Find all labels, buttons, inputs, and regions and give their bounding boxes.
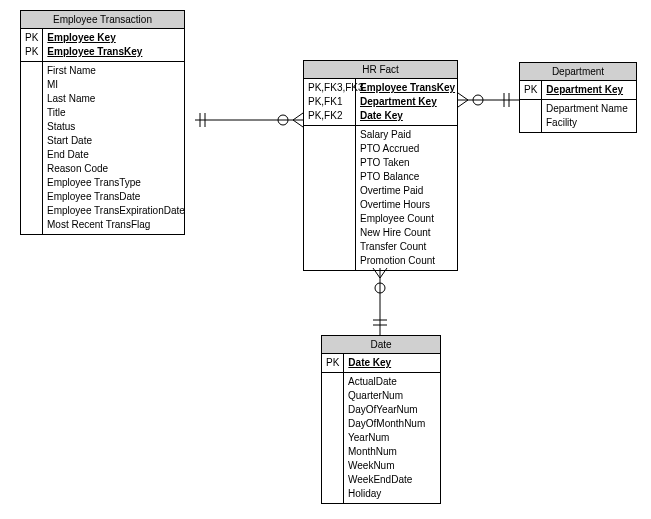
- attr: WeekNum: [348, 459, 434, 473]
- svg-point-16: [375, 283, 385, 293]
- attr: Employee TransExpirationDate: [47, 204, 185, 218]
- entity-date: Date PK Date Key ActualDate QuarterNum D…: [321, 335, 441, 504]
- entity-hr-fact: HR Fact PK,FK3,FK3 PK,FK1 PK,FK2 Employe…: [303, 60, 458, 271]
- attr: MI: [47, 78, 185, 92]
- svg-line-4: [293, 113, 303, 120]
- attr: Status: [47, 120, 185, 134]
- key-name: Department Key: [360, 95, 455, 109]
- attr: Promotion Count: [360, 254, 451, 268]
- rel-hrfact-to-date: [373, 268, 387, 335]
- key-name: Employee Key: [47, 31, 178, 45]
- pk-label: PK,FK2: [308, 109, 351, 123]
- svg-line-6: [293, 120, 303, 127]
- entity-department: Department PK Department Key Department …: [519, 62, 637, 133]
- attr: Employee TransDate: [47, 190, 185, 204]
- attr: Employee Count: [360, 212, 451, 226]
- pk-label: PK,FK1: [308, 95, 351, 109]
- attr: Start Date: [47, 134, 185, 148]
- pk-label: PK: [25, 31, 38, 45]
- attr: DayOfMonthNum: [348, 417, 434, 431]
- attr: Holiday: [348, 487, 434, 501]
- key-name: Date Key: [360, 109, 455, 123]
- attr: First Name: [47, 64, 185, 78]
- svg-point-3: [278, 115, 288, 125]
- attr: Employee TransType: [47, 176, 185, 190]
- attr: New Hire Count: [360, 226, 451, 240]
- attr: MonthNum: [348, 445, 434, 459]
- attr: End Date: [47, 148, 185, 162]
- entity-title: Department: [520, 63, 636, 81]
- key-name: Employee TransKey: [47, 45, 178, 59]
- key-name: Employee TransKey: [360, 81, 455, 95]
- attr: Overtime Paid: [360, 184, 451, 198]
- attr: YearNum: [348, 431, 434, 445]
- attr: Salary Paid: [360, 128, 451, 142]
- pk-label: PK,FK3,FK3: [308, 81, 351, 95]
- pk-label: PK: [326, 356, 339, 370]
- entity-title: Date: [322, 336, 440, 354]
- entity-title: Employee Transaction: [21, 11, 184, 29]
- attr: Title: [47, 106, 185, 120]
- svg-point-8: [473, 95, 483, 105]
- entity-employee-transaction: Employee Transaction PK PK Employee Key …: [20, 10, 185, 235]
- pk-label: PK: [524, 83, 537, 97]
- attr: Overtime Hours: [360, 198, 451, 212]
- rel-employee-to-hrfact: [195, 113, 303, 127]
- attr: WeekEndDate: [348, 473, 434, 487]
- pk-label: PK: [25, 45, 38, 59]
- attr: ActualDate: [348, 375, 434, 389]
- key-name: Date Key: [348, 356, 434, 370]
- key-name: Department Key: [546, 83, 630, 97]
- attr: Last Name: [47, 92, 185, 106]
- rel-hrfact-to-department: [458, 93, 519, 107]
- attr: QuarterNum: [348, 389, 434, 403]
- entity-title: HR Fact: [304, 61, 457, 79]
- attr: DayOfYearNum: [348, 403, 434, 417]
- attr: Transfer Count: [360, 240, 451, 254]
- attr: PTO Balance: [360, 170, 451, 184]
- attr: Facility: [546, 116, 630, 130]
- attr: Most Recent TransFlag: [47, 218, 185, 232]
- attr: PTO Taken: [360, 156, 451, 170]
- attr: PTO Accrued: [360, 142, 451, 156]
- attr: Reason Code: [47, 162, 185, 176]
- attr: Department Name: [546, 102, 630, 116]
